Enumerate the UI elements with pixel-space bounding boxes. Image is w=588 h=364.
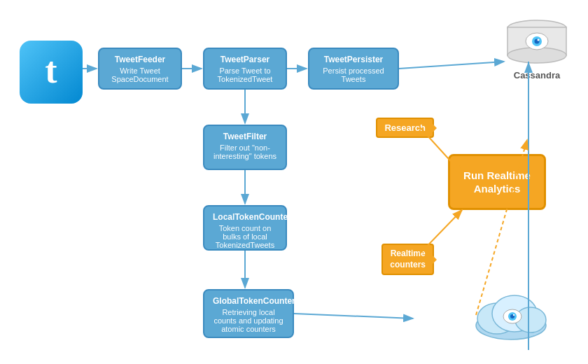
tweet-filter-desc: Filter out "non-interesting" tokens xyxy=(213,144,277,160)
svg-line-20 xyxy=(399,62,504,69)
cloud-svg xyxy=(469,287,553,343)
research-tag: Research xyxy=(376,118,434,138)
tweet-feeder-title: TweetFeeder xyxy=(108,55,172,64)
local-token-counter-box: LocalTokenCounter Token count on bulks o… xyxy=(203,205,287,251)
tweet-parser-title: TweetParser xyxy=(213,55,277,64)
tweet-parser-box: TweetParser Parse Tweet to TokenizedTwee… xyxy=(203,48,287,90)
tweet-parser-desc: Parse Tweet to TokenizedTweet xyxy=(213,66,277,83)
tweet-persister-desc: Persist processed Tweets xyxy=(318,66,389,83)
cassandra-db-icon xyxy=(505,20,568,67)
svg-point-14 xyxy=(513,314,514,316)
cassandra-container: Cassandra xyxy=(505,20,568,80)
realtime-counters-tag: Realtimecounters xyxy=(382,244,434,275)
twitter-logo: t xyxy=(20,41,83,104)
global-token-desc: Retrieving local counts and updating ato… xyxy=(213,308,284,333)
research-label: Research xyxy=(384,122,426,133)
tweet-persister-title: TweetPersister xyxy=(318,55,389,64)
architecture-diagram: t TweetFeeder Write Tweet SpaceDocument … xyxy=(0,0,588,364)
global-token-title: GlobalTokenCounter xyxy=(213,296,284,306)
realtime-analytics-label: Run RealtimeAnalytics xyxy=(463,169,531,196)
svg-point-6 xyxy=(538,39,540,41)
realtime-counters-label: Realtimecounters xyxy=(390,248,426,270)
local-token-title: LocalTokenCounter xyxy=(213,212,277,222)
tweet-filter-box: TweetFilter Filter out "non-interesting"… xyxy=(203,125,287,170)
cassandra-label: Cassandra xyxy=(514,70,560,80)
cloud-icon xyxy=(469,287,553,343)
realtime-analytics-box: Run RealtimeAnalytics xyxy=(448,154,546,210)
twitter-bird-icon: t xyxy=(45,52,57,89)
tweet-feeder-desc: Write Tweet SpaceDocument xyxy=(108,66,172,83)
tweet-persister-box: TweetPersister Persist processed Tweets xyxy=(308,48,399,90)
tweet-filter-title: TweetFilter xyxy=(213,132,277,141)
local-token-desc: Token count on bulks of local TokenizedT… xyxy=(213,224,277,249)
tweet-feeder-box: TweetFeeder Write Tweet SpaceDocument xyxy=(98,48,182,90)
svg-line-24 xyxy=(294,314,413,318)
global-token-counter-box: GlobalTokenCounter Retrieving local coun… xyxy=(203,289,294,338)
